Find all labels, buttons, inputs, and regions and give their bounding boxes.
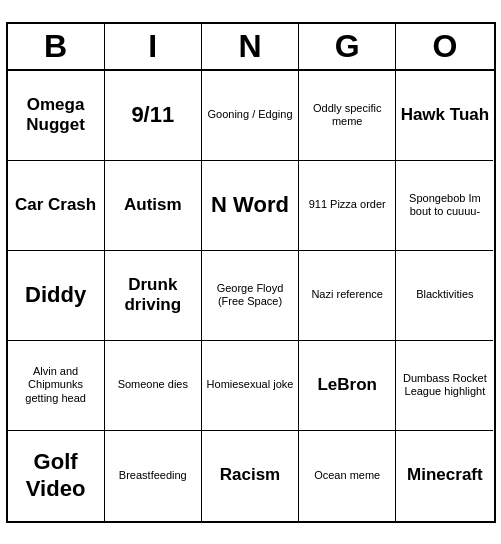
bingo-cell-18: LeBron xyxy=(299,341,396,431)
bingo-letter-g: G xyxy=(299,24,396,69)
bingo-cell-7: N Word xyxy=(202,161,299,251)
bingo-cell-23: Ocean meme xyxy=(299,431,396,521)
bingo-letter-o: O xyxy=(396,24,493,69)
bingo-cell-20: Golf Video xyxy=(8,431,105,521)
bingo-cell-2: Gooning / Edging xyxy=(202,71,299,161)
bingo-cell-0: Omega Nugget xyxy=(8,71,105,161)
bingo-letter-i: I xyxy=(105,24,202,69)
bingo-cell-5: Car Crash xyxy=(8,161,105,251)
bingo-cell-13: Nazi reference xyxy=(299,251,396,341)
bingo-cell-4: Hawk Tuah xyxy=(396,71,493,161)
bingo-cell-22: Racism xyxy=(202,431,299,521)
bingo-cell-14: Blacktivities xyxy=(396,251,493,341)
bingo-cell-9: Spongebob Im bout to cuuuu- xyxy=(396,161,493,251)
bingo-letter-n: N xyxy=(202,24,299,69)
bingo-card: BINGO Omega Nugget9/11Gooning / EdgingOd… xyxy=(6,22,496,523)
bingo-cell-8: 911 Pizza order xyxy=(299,161,396,251)
bingo-cell-10: Diddy xyxy=(8,251,105,341)
bingo-cell-17: Homiesexual joke xyxy=(202,341,299,431)
bingo-cell-15: Alvin and Chipmunks getting head xyxy=(8,341,105,431)
bingo-cell-19: Dumbass Rocket League highlight xyxy=(396,341,493,431)
bingo-cell-24: Minecraft xyxy=(396,431,493,521)
bingo-cell-16: Someone dies xyxy=(105,341,202,431)
bingo-cell-6: Autism xyxy=(105,161,202,251)
bingo-header: BINGO xyxy=(8,24,494,71)
bingo-cell-1: 9/11 xyxy=(105,71,202,161)
bingo-cell-12: George Floyd (Free Space) xyxy=(202,251,299,341)
bingo-cell-21: Breastfeeding xyxy=(105,431,202,521)
bingo-grid: Omega Nugget9/11Gooning / EdgingOddly sp… xyxy=(8,71,494,521)
bingo-letter-b: B xyxy=(8,24,105,69)
bingo-cell-11: Drunk driving xyxy=(105,251,202,341)
bingo-cell-3: Oddly specific meme xyxy=(299,71,396,161)
